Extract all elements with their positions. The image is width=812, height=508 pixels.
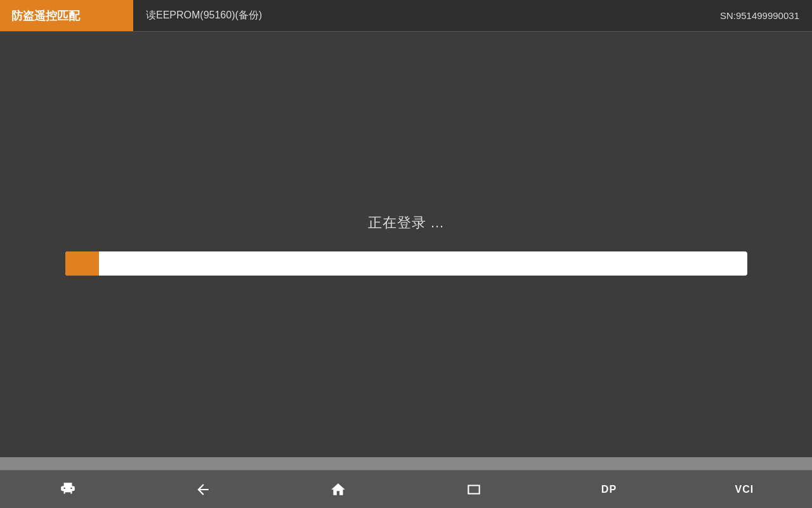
footer: DP VCI: [0, 470, 812, 508]
progress-container: [65, 251, 747, 276]
header-subtitle: 读EEPROM(95160)(备份): [133, 9, 720, 22]
header-title: 防盗遥控匹配: [0, 0, 133, 31]
status-text: 正在登录 ...: [368, 213, 444, 232]
back-icon: [195, 481, 211, 498]
back-button[interactable]: [184, 481, 222, 498]
window-icon: [466, 481, 482, 498]
footer-gray-bar: [0, 457, 812, 470]
window-button[interactable]: [455, 481, 493, 498]
home-icon: [330, 481, 346, 498]
print-button[interactable]: [49, 481, 87, 498]
vci-button[interactable]: VCI: [725, 484, 763, 495]
home-button[interactable]: [319, 481, 357, 498]
header: 防盗遥控匹配 读EEPROM(95160)(备份) SN:95149999003…: [0, 0, 812, 32]
dp-button[interactable]: DP: [590, 484, 628, 495]
print-icon: [60, 481, 76, 498]
header-sn: SN:951499990031: [720, 10, 812, 21]
progress-bar: [65, 251, 100, 276]
main-content: 正在登录 ...: [0, 32, 812, 457]
